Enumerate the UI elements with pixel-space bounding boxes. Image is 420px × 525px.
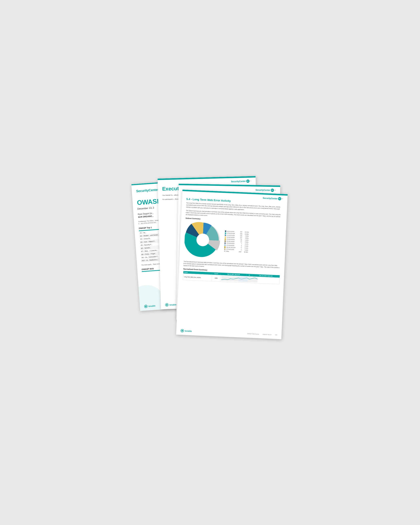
sc-logo-4: SecurityCenter SC ™ — [263, 196, 283, 200]
tenable-icon-2 — [165, 303, 168, 306]
page-longtermweb: SecurityCenter SC ™ 5.4 - Long Term Web … — [176, 189, 287, 339]
col-count: Count — [212, 272, 220, 275]
page4-footer-right: OWASP Web Events OWASP Top 10 239 — [247, 333, 277, 335]
legend-count: 230 — [237, 234, 242, 237]
tenable-icon-inner-2 — [166, 304, 167, 305]
legend-color — [224, 243, 226, 244]
sc-logo-3: SecurityCenter SC ™ — [255, 188, 276, 192]
sc-logo-text: SecurityCenter — [136, 188, 159, 193]
legend-count: 639 — [237, 233, 242, 235]
legend-count: 11 — [236, 240, 242, 243]
subnet-pie-chart — [184, 221, 222, 259]
legend-pct: 22.31% — [243, 231, 249, 233]
pie-legend: 10.31.15.0/24 927 22.31% 172.26.22.0/24 … — [224, 230, 249, 253]
svg-rect-4 — [239, 276, 248, 282]
sc-logo-icon-4: SC — [278, 197, 281, 200]
sc-logo-tm-2: ™ — [250, 180, 251, 182]
legend-pct: 0.26% — [242, 241, 248, 243]
legend-count: 4 — [236, 249, 241, 251]
legend-pct: 5.53% — [243, 235, 248, 237]
legend-color — [225, 236, 226, 238]
trend-graph — [221, 276, 258, 282]
footer-owasp-web: OWASP Web Events — [247, 333, 259, 335]
legend-count: 63 — [236, 238, 242, 241]
sc-logo-icon-3: SC — [271, 188, 274, 192]
legend-pct: 15.38% — [243, 233, 248, 235]
sc-logo-2: SecurityCenter SC ™ — [231, 179, 251, 183]
footer-page-label: OWASP Top 10 — [263, 334, 271, 335]
legend-pct: 0.17% — [242, 243, 248, 245]
legend-color — [225, 232, 226, 234]
sc-logo-text-4: SecurityCenter — [263, 197, 277, 200]
sc-logo-tm-3: ™ — [274, 189, 276, 191]
scene: SecurityCenter SC ™ OWASP December 13, 2… — [136, 174, 285, 352]
pie-container — [184, 221, 222, 260]
event-count: 1039 — [211, 275, 220, 282]
sc-logo-text-2: SecurityCenter — [231, 180, 246, 183]
legend-count: 7 — [236, 243, 242, 245]
col-to: to — [246, 274, 252, 276]
legend-count: 5 — [236, 247, 241, 249]
sc-logo-tm-4: ™ — [282, 198, 283, 199]
legend-count: 167 — [236, 236, 242, 239]
legend-color — [224, 248, 225, 250]
tenable-icon-4 — [181, 329, 184, 332]
legend-pct: 0.10% — [242, 249, 248, 251]
legend-color — [224, 246, 225, 248]
footer-page-num: 239 — [275, 334, 277, 336]
sc-logo-text-3: SecurityCenter — [255, 188, 270, 191]
legend-pct: 0.14% — [242, 245, 248, 247]
legend-color — [225, 234, 226, 235]
legend-pct: 1.52% — [243, 239, 248, 241]
tenable-logo-4: tenable — [181, 329, 192, 333]
legend-count: 6 — [236, 245, 241, 247]
legend-pct: 4.02% — [243, 237, 248, 239]
page4-footer: tenable OWASP Web Events OWASP Top 10 23… — [181, 329, 277, 337]
sc-logo-icon-2: SC — [246, 179, 249, 183]
event-name: Long_Term_Web_Error_Activity — [183, 273, 212, 281]
legend-count: 2087 — [236, 251, 241, 253]
tenable-text-2: tenable — [169, 303, 176, 306]
tenable-text-4: tenable — [185, 330, 192, 332]
pie-chart-area: 10.31.15.0/24 927 22.31% 172.26.22.0/24 … — [179, 221, 286, 262]
legend-count: 927 — [237, 230, 242, 233]
legend-pct: 0.12% — [242, 247, 248, 249]
legend-color — [224, 244, 226, 246]
legend-color — [225, 230, 226, 232]
tenable-logo-2: tenable — [165, 303, 176, 307]
legend-color — [224, 238, 226, 240]
legend-pct: 50.46% — [242, 251, 248, 253]
legend-color — [224, 240, 226, 242]
legend-label: Other — [226, 250, 235, 253]
tenable-icon-inner-4 — [181, 330, 183, 331]
legend-color — [224, 250, 225, 252]
